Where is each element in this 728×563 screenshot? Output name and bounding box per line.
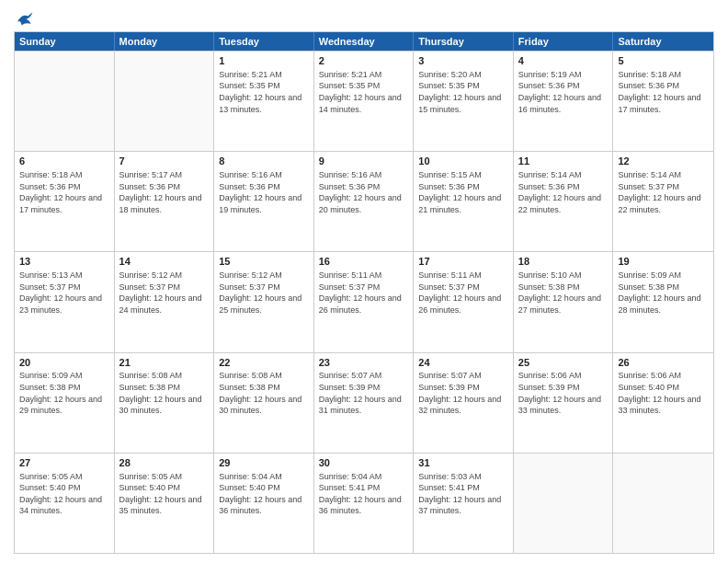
cell-sun-info: Sunrise: 5:06 AM Sunset: 5:40 PM Dayligh… [618,370,709,416]
day-cell-10: 10Sunrise: 5:15 AM Sunset: 5:36 PM Dayli… [414,152,514,251]
calendar-row-2: 6Sunrise: 5:18 AM Sunset: 5:36 PM Daylig… [15,151,713,251]
weekday-header-monday: Monday [115,32,215,51]
day-number: 25 [518,356,609,370]
day-number: 29 [219,456,309,470]
cell-sun-info: Sunrise: 5:13 AM Sunset: 5:37 PM Dayligh… [19,270,109,316]
weekday-header-wednesday: Wednesday [314,32,415,51]
calendar-header: SundayMondayTuesdayWednesdayThursdayFrid… [15,32,713,51]
day-cell-17: 17Sunrise: 5:11 AM Sunset: 5:37 PM Dayli… [414,252,514,351]
day-cell-20: 20Sunrise: 5:09 AM Sunset: 5:38 PM Dayli… [15,353,115,453]
cell-sun-info: Sunrise: 5:14 AM Sunset: 5:37 PM Dayligh… [618,169,709,215]
cell-sun-info: Sunrise: 5:21 AM Sunset: 5:35 PM Dayligh… [219,69,309,115]
cell-sun-info: Sunrise: 5:06 AM Sunset: 5:39 PM Dayligh… [518,370,609,416]
day-number: 16 [319,255,409,269]
day-cell-22: 22Sunrise: 5:08 AM Sunset: 5:38 PM Dayli… [214,353,314,453]
day-number: 26 [618,356,709,370]
day-number: 12 [618,155,709,168]
cell-sun-info: Sunrise: 5:15 AM Sunset: 5:36 PM Dayligh… [418,169,508,215]
cell-sun-info: Sunrise: 5:05 AM Sunset: 5:40 PM Dayligh… [19,471,109,517]
day-number: 28 [119,456,210,470]
day-number: 19 [618,255,709,269]
cell-sun-info: Sunrise: 5:10 AM Sunset: 5:38 PM Dayligh… [518,270,609,316]
day-cell-empty-4-5 [514,454,614,553]
day-number: 14 [119,255,210,269]
day-number: 24 [418,356,508,370]
day-number: 8 [219,155,309,168]
day-cell-19: 19Sunrise: 5:09 AM Sunset: 5:38 PM Dayli… [613,252,713,351]
day-number: 10 [418,155,508,168]
cell-sun-info: Sunrise: 5:05 AM Sunset: 5:40 PM Dayligh… [119,471,210,517]
day-number: 21 [119,356,210,370]
day-number: 15 [219,255,309,269]
cell-sun-info: Sunrise: 5:03 AM Sunset: 5:41 PM Dayligh… [418,471,508,517]
day-cell-empty-0-1 [115,52,215,151]
weekday-header-thursday: Thursday [414,32,514,51]
weekday-header-saturday: Saturday [613,32,713,51]
cell-sun-info: Sunrise: 5:11 AM Sunset: 5:37 PM Dayligh… [418,270,508,316]
day-cell-24: 24Sunrise: 5:07 AM Sunset: 5:39 PM Dayli… [414,353,514,453]
day-number: 1 [219,54,309,68]
day-cell-9: 9Sunrise: 5:16 AM Sunset: 5:36 PM Daylig… [314,152,415,251]
day-number: 4 [518,54,609,68]
day-cell-30: 30Sunrise: 5:04 AM Sunset: 5:41 PM Dayli… [314,454,415,553]
cell-sun-info: Sunrise: 5:17 AM Sunset: 5:36 PM Dayligh… [119,169,210,215]
day-cell-28: 28Sunrise: 5:05 AM Sunset: 5:40 PM Dayli… [115,454,215,553]
day-number: 30 [319,456,409,470]
day-cell-3: 3Sunrise: 5:20 AM Sunset: 5:35 PM Daylig… [414,52,514,151]
day-number: 20 [19,356,109,370]
day-cell-14: 14Sunrise: 5:12 AM Sunset: 5:37 PM Dayli… [115,252,215,351]
day-cell-16: 16Sunrise: 5:11 AM Sunset: 5:37 PM Dayli… [314,252,415,351]
cell-sun-info: Sunrise: 5:08 AM Sunset: 5:38 PM Dayligh… [119,370,210,416]
day-cell-7: 7Sunrise: 5:17 AM Sunset: 5:36 PM Daylig… [115,152,215,251]
cell-sun-info: Sunrise: 5:19 AM Sunset: 5:36 PM Dayligh… [518,69,609,115]
cell-sun-info: Sunrise: 5:11 AM Sunset: 5:37 PM Dayligh… [319,270,409,316]
cell-sun-info: Sunrise: 5:08 AM Sunset: 5:38 PM Dayligh… [219,370,309,416]
weekday-header-sunday: Sunday [15,32,115,51]
cell-sun-info: Sunrise: 5:20 AM Sunset: 5:35 PM Dayligh… [418,69,508,115]
calendar-body: 1Sunrise: 5:21 AM Sunset: 5:35 PM Daylig… [15,51,713,553]
header [14,9,714,24]
day-cell-27: 27Sunrise: 5:05 AM Sunset: 5:40 PM Dayli… [15,454,115,553]
day-cell-21: 21Sunrise: 5:08 AM Sunset: 5:38 PM Dayli… [115,353,215,453]
cell-sun-info: Sunrise: 5:16 AM Sunset: 5:36 PM Dayligh… [219,169,309,215]
logo-bird-icon [16,9,34,28]
page: SundayMondayTuesdayWednesdayThursdayFrid… [0,0,728,563]
weekday-header-tuesday: Tuesday [214,32,314,51]
cell-sun-info: Sunrise: 5:12 AM Sunset: 5:37 PM Dayligh… [219,270,309,316]
day-number: 31 [418,456,508,470]
calendar: SundayMondayTuesdayWednesdayThursdayFrid… [14,31,714,554]
cell-sun-info: Sunrise: 5:07 AM Sunset: 5:39 PM Dayligh… [319,370,409,416]
cell-sun-info: Sunrise: 5:18 AM Sunset: 5:36 PM Dayligh… [19,169,109,215]
calendar-row-5: 27Sunrise: 5:05 AM Sunset: 5:40 PM Dayli… [15,453,713,553]
day-cell-31: 31Sunrise: 5:03 AM Sunset: 5:41 PM Dayli… [414,454,514,553]
day-cell-12: 12Sunrise: 5:14 AM Sunset: 5:37 PM Dayli… [613,152,713,251]
weekday-header-friday: Friday [514,32,614,51]
day-number: 6 [19,155,109,168]
day-cell-15: 15Sunrise: 5:12 AM Sunset: 5:37 PM Dayli… [214,252,314,351]
day-cell-1: 1Sunrise: 5:21 AM Sunset: 5:35 PM Daylig… [214,52,314,151]
day-number: 3 [418,54,508,68]
cell-sun-info: Sunrise: 5:14 AM Sunset: 5:36 PM Dayligh… [518,169,609,215]
day-number: 22 [219,356,309,370]
day-number: 7 [119,155,210,168]
day-number: 17 [418,255,508,269]
day-number: 2 [319,54,409,68]
day-cell-11: 11Sunrise: 5:14 AM Sunset: 5:36 PM Dayli… [514,152,614,251]
cell-sun-info: Sunrise: 5:04 AM Sunset: 5:40 PM Dayligh… [219,471,309,517]
cell-sun-info: Sunrise: 5:12 AM Sunset: 5:37 PM Dayligh… [119,270,210,316]
cell-sun-info: Sunrise: 5:21 AM Sunset: 5:35 PM Dayligh… [319,69,409,115]
day-cell-empty-0-0 [15,52,115,151]
day-cell-4: 4Sunrise: 5:19 AM Sunset: 5:36 PM Daylig… [514,52,614,151]
cell-sun-info: Sunrise: 5:09 AM Sunset: 5:38 PM Dayligh… [618,270,709,316]
day-number: 5 [618,54,709,68]
day-cell-8: 8Sunrise: 5:16 AM Sunset: 5:36 PM Daylig… [214,152,314,251]
cell-sun-info: Sunrise: 5:18 AM Sunset: 5:36 PM Dayligh… [618,69,709,115]
day-cell-13: 13Sunrise: 5:13 AM Sunset: 5:37 PM Dayli… [15,252,115,351]
cell-sun-info: Sunrise: 5:07 AM Sunset: 5:39 PM Dayligh… [418,370,508,416]
day-number: 13 [19,255,109,269]
day-cell-6: 6Sunrise: 5:18 AM Sunset: 5:36 PM Daylig… [15,152,115,251]
logo [14,9,34,24]
calendar-row-4: 20Sunrise: 5:09 AM Sunset: 5:38 PM Dayli… [15,352,713,453]
calendar-row-1: 1Sunrise: 5:21 AM Sunset: 5:35 PM Daylig… [15,51,713,151]
day-cell-2: 2Sunrise: 5:21 AM Sunset: 5:35 PM Daylig… [314,52,415,151]
